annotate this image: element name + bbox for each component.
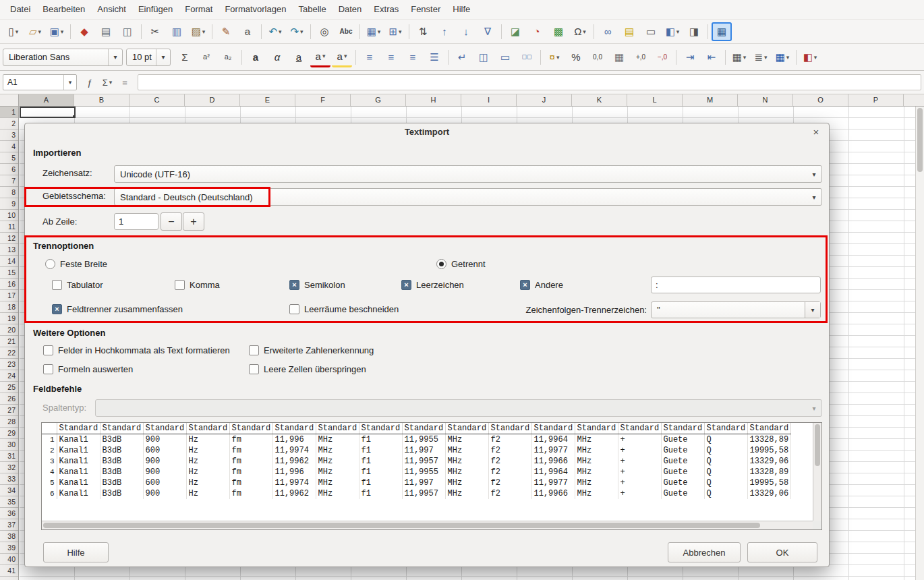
column-header[interactable]: I: [461, 94, 517, 106]
sum-icon[interactable]: Σ▾: [99, 74, 115, 90]
row-header[interactable]: 33: [0, 473, 18, 485]
radio-getrennt[interactable]: Getrennt: [436, 257, 486, 270]
row-header[interactable]: 5: [0, 152, 18, 164]
chevron-down-icon[interactable]: ▾: [108, 49, 122, 65]
column-header[interactable]: O: [793, 94, 848, 106]
column-header[interactable]: F: [295, 94, 351, 106]
checkbox-zahlenerkennung[interactable]: × Erweiterte Zahlenerkennung: [249, 343, 374, 357]
checkbox-formeln-auswerten[interactable]: × Formeln auswerten: [43, 362, 133, 376]
checkbox-semikolon[interactable]: × Semikolon: [289, 278, 345, 291]
subscript-icon[interactable]: a₂: [218, 48, 238, 67]
special-character-icon[interactable]: Ω▾: [570, 22, 590, 41]
row-header[interactable]: 18: [0, 301, 18, 313]
preview-vertical-scrollbar-thumb[interactable]: [815, 424, 820, 466]
number-format-icon[interactable]: 0,0: [587, 48, 608, 67]
column-header[interactable]: C: [129, 94, 185, 106]
menu-item[interactable]: Extras: [368, 0, 405, 19]
menu-item[interactable]: Format: [179, 0, 219, 19]
split-window-icon[interactable]: ◨: [684, 22, 704, 41]
add-decimal-icon[interactable]: +,0: [631, 48, 651, 67]
print-preview-icon[interactable]: ◫: [117, 22, 138, 41]
chevron-down-icon[interactable]: ▾: [156, 49, 170, 65]
row-header[interactable]: 19: [0, 313, 18, 324]
preview-horizontal-scrollbar[interactable]: [42, 521, 813, 529]
row-header[interactable]: 16: [0, 279, 18, 290]
pivot-table-icon[interactable]: ▩: [548, 22, 569, 41]
checkbox-hochkommata[interactable]: × Felder in Hochkommata als Text formati…: [43, 343, 230, 357]
sidebar-toggle-icon[interactable]: ▦: [712, 22, 732, 41]
row-header[interactable]: 35: [0, 496, 18, 508]
row-header[interactable]: 24: [0, 370, 18, 382]
border-style-icon[interactable]: ≣▾: [751, 48, 771, 67]
insert-chart-icon[interactable]: ◔: [527, 22, 547, 41]
column-header[interactable]: G: [351, 94, 406, 106]
row-header[interactable]: 27: [0, 405, 18, 416]
row-header[interactable]: 32: [0, 462, 18, 473]
highlight-color-icon[interactable]: a▾: [332, 47, 352, 67]
row-header[interactable]: 37: [0, 519, 18, 531]
font-name-select[interactable]: Liberation Sans ▾: [3, 49, 123, 66]
preview-column-header[interactable]: Standard: [272, 423, 316, 434]
preview-column-header[interactable]: Standard: [747, 423, 790, 434]
border-color-icon[interactable]: ▦▾: [772, 48, 792, 67]
row-header[interactable]: 15: [0, 267, 18, 279]
column-header[interactable]: N: [738, 94, 793, 106]
align-center-icon[interactable]: ≡: [381, 48, 401, 67]
row-header[interactable]: 23: [0, 359, 18, 370]
menu-item[interactable]: Ansicht: [91, 0, 132, 19]
bold-icon[interactable]: a: [246, 48, 266, 67]
preview-horizontal-scrollbar-thumb[interactable]: [43, 523, 760, 528]
align-right-icon[interactable]: ≡: [403, 48, 423, 67]
menu-item[interactable]: Formatvorlagen: [219, 0, 292, 19]
column-header[interactable]: A: [19, 94, 74, 106]
del-decimal-icon[interactable]: −,0: [652, 48, 672, 67]
menu-item[interactable]: Tabelle: [292, 0, 332, 19]
preview-column-header[interactable]: Standard: [359, 423, 402, 434]
align-justified-icon[interactable]: ☰: [424, 48, 444, 67]
row-header[interactable]: 13: [0, 244, 18, 256]
decrement-button[interactable]: −: [161, 212, 182, 231]
from-row-input[interactable]: [114, 213, 158, 230]
increase-indent-icon[interactable]: ⇥: [680, 48, 700, 67]
menu-item[interactable]: Datei: [4, 0, 36, 19]
preview-column-header[interactable]: Standard: [100, 423, 143, 434]
column-header[interactable]: K: [572, 94, 627, 106]
column-header[interactable]: D: [185, 94, 240, 106]
headers-footers-icon[interactable]: ▭: [641, 22, 661, 41]
currency-icon[interactable]: ¤▾: [544, 48, 565, 67]
row-header[interactable]: 10: [0, 210, 18, 221]
font-color-icon[interactable]: a▾: [310, 47, 330, 67]
select-all-corner[interactable]: [0, 94, 19, 106]
checkbox-leere-zellen[interactable]: × Leere Zellen überspringen: [249, 362, 366, 376]
formula-input[interactable]: [138, 74, 921, 90]
menu-item[interactable]: Daten: [333, 0, 368, 19]
ok-button[interactable]: OK: [747, 542, 817, 562]
sort-descending-icon[interactable]: ↓: [456, 22, 476, 41]
checkbox-komma[interactable]: × Komma: [175, 278, 220, 291]
preview-column-header[interactable]: Standard: [618, 423, 661, 434]
preview-column-header[interactable]: Standard: [57, 423, 100, 434]
clear-formatting-icon[interactable]: a: [237, 22, 258, 41]
menu-item[interactable]: Fenster: [405, 0, 446, 19]
chevron-down-icon[interactable]: ▾: [805, 302, 820, 318]
row-header[interactable]: 9: [0, 198, 18, 210]
row-header[interactable]: 29: [0, 428, 18, 439]
menu-item[interactable]: Bearbeiten: [36, 0, 91, 19]
row-header[interactable]: 7: [0, 175, 18, 187]
sum-icon[interactable]: Σ: [175, 48, 195, 67]
checkbox-leerraeume-beschneiden[interactable]: × Leerräume beschneiden: [289, 302, 399, 316]
increment-button[interactable]: +: [183, 212, 204, 231]
preview-column-header[interactable]: Standard: [488, 423, 531, 434]
row-header[interactable]: 1: [0, 107, 18, 118]
font-size-select[interactable]: 10 pt ▾: [126, 49, 171, 66]
insert-comment-icon[interactable]: ▤: [619, 22, 639, 41]
percent-icon[interactable]: %: [566, 48, 586, 67]
row-header[interactable]: 11: [0, 221, 18, 233]
column-header[interactable]: H: [406, 94, 461, 106]
new-document-icon[interactable]: ▯▾: [3, 22, 24, 41]
sort-icon[interactable]: ⇅: [413, 22, 433, 41]
italic-icon[interactable]: α: [267, 48, 287, 67]
radio-feste-breite[interactable]: Feste Breite: [45, 257, 107, 270]
row-header[interactable]: 34: [0, 485, 18, 496]
row-header[interactable]: 2: [0, 118, 18, 129]
